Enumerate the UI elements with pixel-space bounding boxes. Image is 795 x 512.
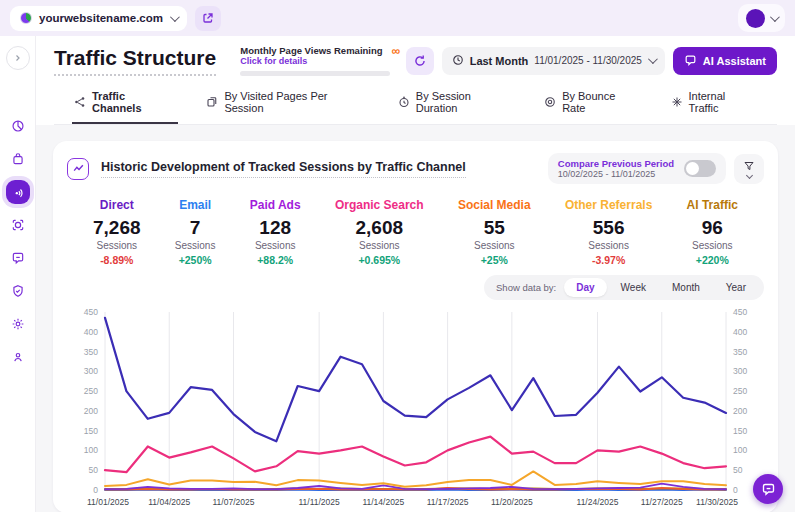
channel-delta: +220%	[687, 254, 738, 266]
channel-metric-other-referrals[interactable]: Other Referrals 556 Sessions -3.97%	[565, 198, 652, 266]
channel-metric-organic-search[interactable]: Organic Search 2,608 Sessions +0.695%	[335, 198, 424, 266]
svg-text:450: 450	[733, 307, 747, 317]
channel-sessions-unit: Sessions	[687, 240, 738, 251]
chevron-down-icon	[170, 12, 180, 22]
svg-text:400: 400	[733, 327, 747, 337]
granularity-switcher: Show data by: DayWeekMonthYear	[484, 275, 764, 300]
chat-bubble-icon	[11, 251, 25, 265]
channel-sessions-unit: Sessions	[250, 240, 301, 251]
pageviews-label: Monthly Page Views Remaining	[240, 45, 382, 56]
arrow-right-icon	[12, 52, 24, 64]
channel-name: Direct	[93, 198, 141, 212]
refresh-icon	[413, 54, 427, 68]
sidebar-item-feedback[interactable]	[6, 246, 30, 270]
tab-internal-traffic[interactable]: Internal Traffic	[669, 84, 759, 124]
shopping-bag-icon	[11, 152, 25, 166]
compare-toggle[interactable]	[684, 160, 716, 177]
sidebar-collapse-button[interactable]	[6, 46, 30, 70]
svg-text:11/24/2025: 11/24/2025	[577, 497, 619, 507]
svg-text:300: 300	[84, 367, 98, 377]
infinity-icon: ∞	[392, 45, 401, 57]
tab-by-session-duration[interactable]: By Session Duration	[396, 84, 516, 124]
gear-icon	[11, 317, 25, 331]
pageviews-details-link[interactable]: Click for details	[240, 56, 382, 66]
svg-text:200: 200	[733, 406, 747, 416]
channel-delta: -8.89%	[93, 254, 141, 266]
chevron-down-icon	[745, 172, 752, 179]
sidebar-item-traffic[interactable]	[6, 180, 30, 204]
chart-card-icon-button[interactable]	[67, 158, 89, 180]
svg-text:150: 150	[84, 426, 98, 436]
line-chart-icon	[72, 162, 85, 175]
scan-target-icon	[11, 218, 25, 232]
channel-metric-email[interactable]: Email 7 Sessions +250%	[175, 198, 216, 266]
website-favicon	[20, 12, 32, 24]
sidebar-item-settings[interactable]	[6, 312, 30, 336]
tab-icon	[74, 96, 86, 108]
svg-text:50: 50	[89, 466, 99, 476]
channel-name: Other Referrals	[565, 198, 652, 212]
svg-text:300: 300	[733, 367, 747, 377]
channel-delta: +0.695%	[335, 254, 424, 266]
website-selector[interactable]: yourwebsitename.com	[10, 6, 187, 31]
tab-by-bounce-rate[interactable]: By Bounce Rate	[542, 84, 642, 124]
svg-text:11/20/2025: 11/20/2025	[491, 497, 533, 507]
channel-metric-paid-ads[interactable]: Paid Ads 128 Sessions +88.2%	[250, 198, 301, 266]
sidebar-item-goals[interactable]	[6, 213, 30, 237]
channel-sessions-unit: Sessions	[565, 240, 652, 251]
external-link-icon	[202, 12, 214, 24]
tab-label: Traffic Channels	[92, 90, 176, 114]
tab-icon	[671, 96, 683, 108]
sidebar-item-dashboard[interactable]	[6, 114, 30, 138]
channel-sessions-unit: Sessions	[93, 240, 141, 251]
pageviews-quota: Monthly Page Views Remaining Click for d…	[240, 45, 400, 76]
sidebar	[0, 36, 36, 512]
granularity-option-month[interactable]: Month	[660, 278, 712, 297]
radar-waves-icon	[11, 185, 25, 199]
tab-traffic-channels[interactable]: Traffic Channels	[72, 84, 178, 124]
date-range-value: 11/01/2025 - 11/30/2025	[534, 55, 642, 66]
channel-sessions-unit: Sessions	[175, 240, 216, 251]
pie-chart-icon	[11, 119, 25, 133]
svg-text:450: 450	[84, 307, 98, 317]
channel-metric-social-media[interactable]: Social Media 55 Sessions +25%	[458, 198, 531, 266]
filter-button[interactable]	[734, 154, 764, 184]
tab-icon	[398, 96, 410, 108]
tab-label: By Session Duration	[416, 90, 514, 114]
date-range-selector[interactable]: Last Month 11/01/2025 - 11/30/2025	[442, 47, 665, 75]
tab-by-visited-pages-per-session[interactable]: By Visited Pages Per Session	[204, 84, 369, 124]
granularity-option-year[interactable]: Year	[714, 278, 758, 297]
channel-metric-ai-traffic[interactable]: AI Traffic 96 Sessions +220%	[687, 198, 738, 266]
funnel-icon	[743, 160, 755, 172]
channel-sessions-value: 556	[565, 217, 652, 239]
svg-text:11/01/2025: 11/01/2025	[87, 497, 129, 507]
svg-text:100: 100	[84, 446, 98, 456]
chat-bubble-icon	[761, 482, 776, 497]
channel-sessions-value: 55	[458, 217, 531, 239]
svg-text:11/27/2025: 11/27/2025	[641, 497, 683, 507]
refresh-button[interactable]	[406, 47, 434, 75]
ai-assistant-button[interactable]: AI Assistant	[673, 47, 777, 75]
show-data-by-label: Show data by:	[496, 282, 556, 293]
chart-card: Historic Development of Tracked Sessions…	[53, 141, 778, 512]
sidebar-item-visitors[interactable]	[6, 345, 30, 369]
chat-bubble-icon	[684, 54, 697, 67]
granularity-option-day[interactable]: Day	[564, 278, 606, 297]
channel-name: Email	[175, 198, 216, 212]
support-chat-button[interactable]	[753, 474, 783, 504]
granularity-option-week[interactable]: Week	[609, 278, 658, 297]
sidebar-item-store[interactable]	[6, 147, 30, 171]
svg-text:350: 350	[733, 347, 747, 357]
sidebar-item-privacy[interactable]	[6, 279, 30, 303]
svg-text:200: 200	[84, 406, 98, 416]
channel-sessions-unit: Sessions	[458, 240, 531, 251]
channel-name: Paid Ads	[250, 198, 301, 212]
open-website-button[interactable]	[195, 6, 221, 31]
user-menu[interactable]	[738, 4, 785, 32]
toggle-knob	[686, 162, 699, 175]
svg-text:11/11/2025: 11/11/2025	[298, 497, 340, 507]
browser-topbar: yourwebsitename.com	[0, 0, 795, 36]
tab-icon	[544, 96, 556, 108]
channel-metric-direct[interactable]: Direct 7,268 Sessions -8.89%	[93, 198, 141, 266]
content: Historic Development of Tracked Sessions…	[36, 125, 795, 512]
